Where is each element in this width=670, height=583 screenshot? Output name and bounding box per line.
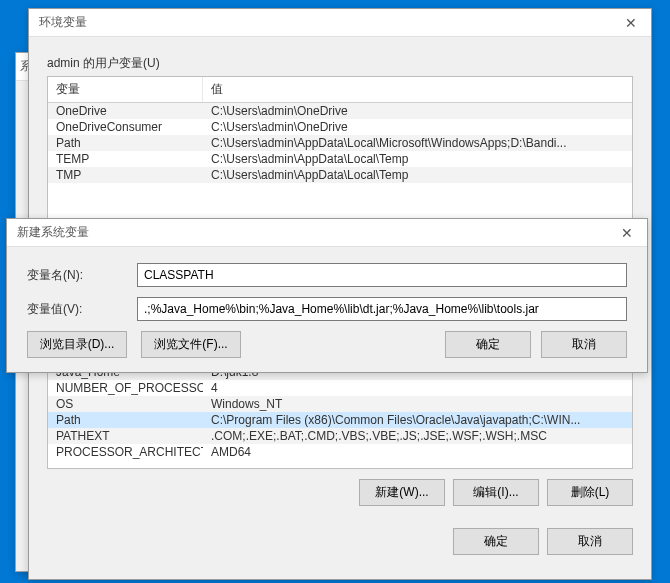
var-name-cell: PROCESSOR_ARCHITECTURE	[48, 444, 203, 460]
col-header-name[interactable]: 变量	[48, 77, 203, 102]
table-row[interactable]: PathC:\Users\admin\AppData\Local\Microso…	[48, 135, 632, 151]
delete-button[interactable]: 删除(L)	[547, 479, 633, 506]
var-name-cell: OneDrive	[48, 103, 203, 119]
var-value-cell: C:\Users\admin\AppData\Local\Microsoft\W…	[203, 135, 632, 151]
var-value-cell: C:\Users\admin\AppData\Local\Temp	[203, 167, 632, 183]
table-row[interactable]: TEMPC:\Users\admin\AppData\Local\Temp	[48, 151, 632, 167]
browse-file-button[interactable]: 浏览文件(F)...	[141, 331, 241, 358]
table-row[interactable]: PROCESSOR_ARCHITECTUREAMD64	[48, 444, 632, 460]
table-row[interactable]: OneDriveC:\Users\admin\OneDrive	[48, 103, 632, 119]
var-value-cell: Windows_NT	[203, 396, 632, 412]
new-system-variable-dialog: 新建系统变量 ✕ 变量名(N): 变量值(V): 浏览目录(D)... 浏览文件…	[6, 218, 648, 373]
var-name-cell: Path	[48, 135, 203, 151]
ok-button[interactable]: 确定	[453, 528, 539, 555]
dialog-title: 新建系统变量	[17, 224, 607, 241]
env-title: 环境变量	[39, 14, 611, 31]
edit-button[interactable]: 编辑(I)...	[453, 479, 539, 506]
col-header-value[interactable]: 值	[203, 77, 632, 102]
close-icon[interactable]: ✕	[611, 9, 651, 37]
system-vars-table[interactable]: Java_HomeD:\jdk1.8NUMBER_OF_PROCESSORS4O…	[47, 363, 633, 469]
var-name-cell: NUMBER_OF_PROCESSORS	[48, 380, 203, 396]
table-row[interactable]: OSWindows_NT	[48, 396, 632, 412]
var-name-cell: Path	[48, 412, 203, 428]
var-value-cell: C:\Users\admin\AppData\Local\Temp	[203, 151, 632, 167]
env-titlebar: 环境变量 ✕	[29, 9, 651, 37]
var-value-cell: C:\Users\admin\OneDrive	[203, 103, 632, 119]
var-name-input[interactable]	[137, 263, 627, 287]
close-icon[interactable]: ✕	[607, 219, 647, 247]
var-name-cell: OS	[48, 396, 203, 412]
var-name-cell: PATHEXT	[48, 428, 203, 444]
table-row[interactable]: OneDriveConsumerC:\Users\admin\OneDrive	[48, 119, 632, 135]
dialog-cancel-button[interactable]: 取消	[541, 331, 627, 358]
var-value-cell: 4	[203, 380, 632, 396]
var-value-cell: C:\Users\admin\OneDrive	[203, 119, 632, 135]
var-value-cell: AMD64	[203, 444, 632, 460]
dialog-titlebar: 新建系统变量 ✕	[7, 219, 647, 247]
dialog-ok-button[interactable]: 确定	[445, 331, 531, 358]
user-vars-label: admin 的用户变量(U)	[47, 55, 633, 72]
new-button[interactable]: 新建(W)...	[359, 479, 445, 506]
table-row[interactable]: PATHEXT.COM;.EXE;.BAT;.CMD;.VBS;.VBE;.JS…	[48, 428, 632, 444]
var-value-input[interactable]	[137, 297, 627, 321]
var-name-cell: OneDriveConsumer	[48, 119, 203, 135]
var-value-cell: .COM;.EXE;.BAT;.CMD;.VBS;.VBE;.JS;.JSE;.…	[203, 428, 632, 444]
var-name-cell: TMP	[48, 167, 203, 183]
var-name-cell: TEMP	[48, 151, 203, 167]
var-name-label: 变量名(N):	[27, 267, 137, 284]
browse-dir-button[interactable]: 浏览目录(D)...	[27, 331, 127, 358]
user-vars-table[interactable]: 变量 值 OneDriveC:\Users\admin\OneDriveOneD…	[47, 76, 633, 221]
table-header: 变量 值	[48, 77, 632, 103]
table-row[interactable]: TMPC:\Users\admin\AppData\Local\Temp	[48, 167, 632, 183]
var-value-cell: C:\Program Files (x86)\Common Files\Orac…	[203, 412, 632, 428]
table-row[interactable]: PathC:\Program Files (x86)\Common Files\…	[48, 412, 632, 428]
cancel-button[interactable]: 取消	[547, 528, 633, 555]
table-row[interactable]: NUMBER_OF_PROCESSORS4	[48, 380, 632, 396]
var-value-label: 变量值(V):	[27, 301, 137, 318]
